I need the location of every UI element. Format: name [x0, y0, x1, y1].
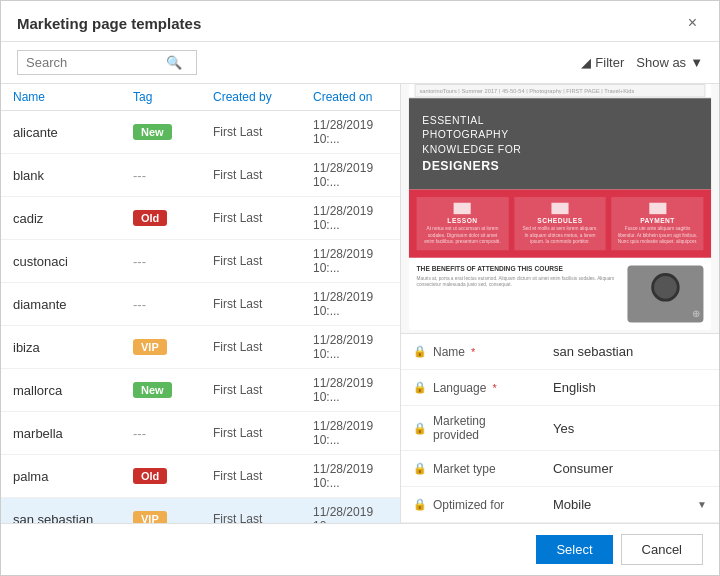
col-header-name[interactable]: Name	[13, 90, 133, 104]
dialog-title: Marketing page templates	[17, 15, 201, 32]
close-button[interactable]: ×	[682, 13, 703, 33]
toolbar-right: ◢ Filter Show as ▼	[581, 55, 703, 70]
col-header-created-by[interactable]: Created by	[213, 90, 313, 104]
required-indicator: *	[492, 382, 496, 394]
list-item[interactable]: diamante --- First Last 11/28/2019 10:..…	[1, 283, 400, 326]
detail-row-name: 🔒 Name * san sebastian	[401, 334, 719, 370]
preview-area: santorinoTours | Summer 2017 | 45-50-54 …	[401, 84, 719, 334]
preview-topbar: santorinoTours | Summer 2017 | 45-50-54 …	[409, 84, 711, 98]
detail-row-language: 🔒 Language * English	[401, 370, 719, 406]
detail-row-optimized-for: 🔒 Optimized for Mobile ▼	[401, 487, 719, 523]
required-indicator: *	[471, 346, 475, 358]
template-preview: santorinoTours | Summer 2017 | 45-50-54 …	[409, 84, 711, 321]
list-item[interactable]: custonaci --- First Last 11/28/2019 10:.…	[1, 240, 400, 283]
preview-card: LESSON At netus est ut accumsan at lorem…	[417, 197, 509, 250]
details-panel: 🔒 Name * san sebastian 🔒 Language * Engl…	[401, 334, 719, 523]
detail-row-market-type: 🔒 Market type Consumer	[401, 451, 719, 487]
dialog-body: Name Tag Created by Created on alicante …	[1, 84, 719, 523]
preview-card: PAYMENT Fusce ute ante aliquam sagittis …	[612, 197, 704, 250]
dialog-footer: Select Cancel	[1, 523, 719, 575]
card-icon	[454, 203, 471, 214]
detail-optimized-for-value[interactable]: Mobile ▼	[541, 489, 719, 520]
lock-icon: 🔒	[413, 345, 427, 358]
detail-row-marketing-provided: 🔒 Marketing provided Yes	[401, 406, 719, 451]
list-item[interactable]: san sebastian VIP First Last 11/28/2019 …	[1, 498, 400, 523]
preview-cards: LESSON At netus est ut accumsan at lorem…	[409, 190, 711, 258]
col-header-created-on[interactable]: Created on	[313, 90, 388, 104]
preview-hero: ESSENTIAL PHOTOGRAPHY KNOWLEDGE FOR DESI…	[409, 98, 711, 190]
list-header: Name Tag Created by Created on	[1, 84, 400, 111]
search-input[interactable]	[26, 55, 166, 70]
dialog: Marketing page templates × 🔍 ◢ Filter Sh…	[0, 0, 720, 576]
select-button[interactable]: Select	[536, 535, 612, 564]
detail-market-type-value: Consumer	[541, 453, 719, 484]
chevron-down-icon: ▼	[697, 499, 707, 510]
col-header-tag[interactable]: Tag	[133, 90, 213, 104]
preview-bottom: THE BENEFITS OF ATTENDING THIS COURSE Ma…	[409, 258, 711, 330]
preview-url-bar: santorinoTours | Summer 2017 | 45-50-54 …	[415, 84, 706, 97]
filter-button[interactable]: ◢ Filter	[581, 55, 624, 70]
preview-camera-image	[627, 265, 703, 322]
list-item[interactable]: blank --- First Last 11/28/2019 10:...	[1, 154, 400, 197]
list-panel: Name Tag Created by Created on alicante …	[1, 84, 401, 523]
lock-icon: 🔒	[413, 498, 427, 511]
right-panel: santorinoTours | Summer 2017 | 45-50-54 …	[401, 84, 719, 523]
preview-card: SCHEDULES Sed et mollis at sem lorem ali…	[514, 197, 606, 250]
lock-icon: 🔒	[413, 462, 427, 475]
dialog-toolbar: 🔍 ◢ Filter Show as ▼	[1, 42, 719, 84]
search-box[interactable]: 🔍	[17, 50, 197, 75]
lock-icon: 🔒	[413, 422, 427, 435]
preview-hero-text: ESSENTIAL PHOTOGRAPHY KNOWLEDGE FOR DESI…	[422, 113, 698, 174]
dialog-header: Marketing page templates ×	[1, 1, 719, 42]
card-icon	[551, 203, 568, 214]
list-item[interactable]: cadiz Old First Last 11/28/2019 10:...	[1, 197, 400, 240]
list-item[interactable]: mallorca New First Last 11/28/2019 10:..…	[1, 369, 400, 412]
card-icon	[649, 203, 666, 214]
show-as-button[interactable]: Show as ▼	[636, 55, 703, 70]
preview-bottom-text: THE BENEFITS OF ATTENDING THIS COURSE Ma…	[417, 265, 620, 322]
cancel-button[interactable]: Cancel	[621, 534, 703, 565]
search-icon: 🔍	[166, 55, 182, 70]
detail-name-value: san sebastian	[541, 336, 719, 367]
list-item[interactable]: palma Old First Last 11/28/2019 10:...	[1, 455, 400, 498]
list-item[interactable]: marbella --- First Last 11/28/2019 10:..…	[1, 412, 400, 455]
show-as-label: Show as	[636, 55, 686, 70]
chevron-down-icon: ▼	[690, 55, 703, 70]
filter-icon: ◢	[581, 55, 591, 70]
list-body: alicante New First Last 11/28/2019 10:..…	[1, 111, 400, 523]
detail-language-value: English	[541, 372, 719, 403]
list-item[interactable]: alicante New First Last 11/28/2019 10:..…	[1, 111, 400, 154]
lock-icon: 🔒	[413, 381, 427, 394]
detail-marketing-provided-value: Yes	[541, 413, 719, 444]
list-item[interactable]: ibiza VIP First Last 11/28/2019 10:...	[1, 326, 400, 369]
filter-label: Filter	[595, 55, 624, 70]
